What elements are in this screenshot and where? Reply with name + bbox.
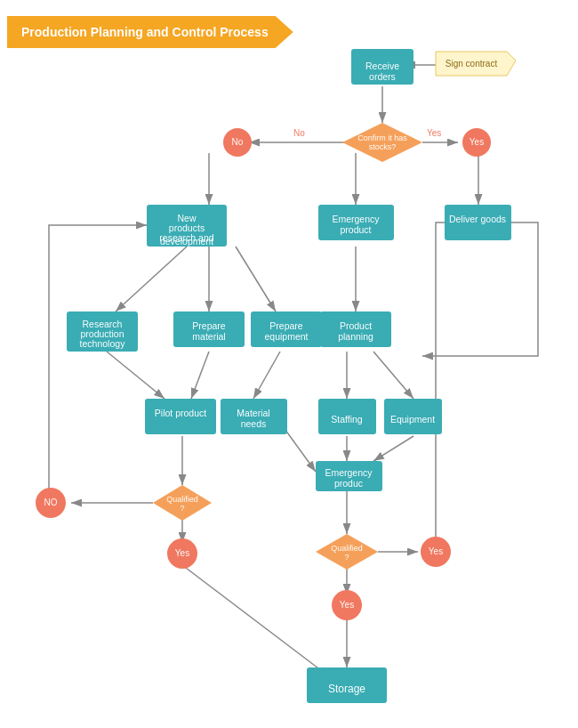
emergency-produc-label1: Emergency: [325, 467, 373, 478]
yes-arrow-label: Yes: [427, 128, 441, 138]
equipment-label: Equipment: [390, 414, 435, 425]
product-planning-label1: Product: [340, 320, 372, 331]
confirm-stocks-label: Confirm it has: [357, 133, 407, 142]
material-needs-label2: needs: [241, 418, 267, 429]
no-arrow-label: No: [293, 128, 305, 138]
emergency-product-label1: Emergency: [332, 214, 380, 224]
arrow-research-to-pilot: [107, 352, 165, 399]
sign-contract-label: Sign contract: [446, 59, 498, 69]
arrow-no-back-to-new: [49, 225, 147, 489]
arrow-new-to-equip: [236, 247, 276, 311]
prepare-material-label2: material: [192, 331, 225, 342]
receive-orders-label2: orders: [369, 71, 396, 82]
arrow-prepequip-to-matneeds: [253, 352, 280, 399]
title-banner: Production Planning and Control Process: [7, 16, 293, 48]
pilot-product-label1: Pilot product: [155, 408, 206, 418]
arrow-new-to-research: [116, 247, 187, 311]
qualified2-label2: ?: [344, 553, 349, 562]
qualified1-label1: Qualified: [166, 495, 198, 504]
emergency-product-label2: product: [340, 224, 371, 235]
material-needs-label1: Material: [237, 408, 269, 418]
new-products-label4: development: [160, 236, 213, 247]
receive-orders-label: Receive: [365, 61, 399, 71]
deliver-goods-label1: Deliver goods: [449, 214, 506, 224]
confirm-stocks-label2: stocks?: [369, 142, 397, 151]
yes-label-1: Yes: [470, 137, 484, 147]
product-planning-label2: planning: [338, 331, 373, 342]
arrow-material-to-pilot: [191, 352, 209, 399]
arrow-planning-to-equip2: [373, 352, 413, 399]
flowchart: Receive orders Sign contract Confirm it …: [0, 0, 578, 728]
qualified2-label1: Qualified: [331, 544, 363, 553]
prepare-equipment-label2: equipment: [264, 331, 308, 342]
emergency-produc-label2: produc: [334, 478, 363, 489]
prepare-material-label1: Prepare: [192, 320, 226, 331]
no-label-2: NO: [44, 497, 58, 507]
no-label-1: No: [232, 137, 244, 147]
prepare-equipment-label1: Prepare: [269, 320, 303, 331]
yes-label-3: Yes: [429, 546, 443, 556]
storage-label: Storage: [328, 683, 365, 695]
qualified1-label2: ?: [180, 504, 184, 513]
arrow-equip2-to-emerproduc: [373, 436, 413, 461]
yes-label-4: Yes: [340, 600, 354, 610]
arrow-yes-to-storage: [182, 565, 329, 676]
yes-label-2: Yes: [175, 548, 189, 558]
arrow-deliver-to-planning: [422, 222, 538, 356]
research-production-label3: technology: [80, 338, 126, 349]
arrow-yes2-to-deliver: [436, 222, 478, 543]
title-text: Production Planning and Control Process: [21, 25, 269, 39]
staffing-label: Staffing: [331, 414, 363, 425]
